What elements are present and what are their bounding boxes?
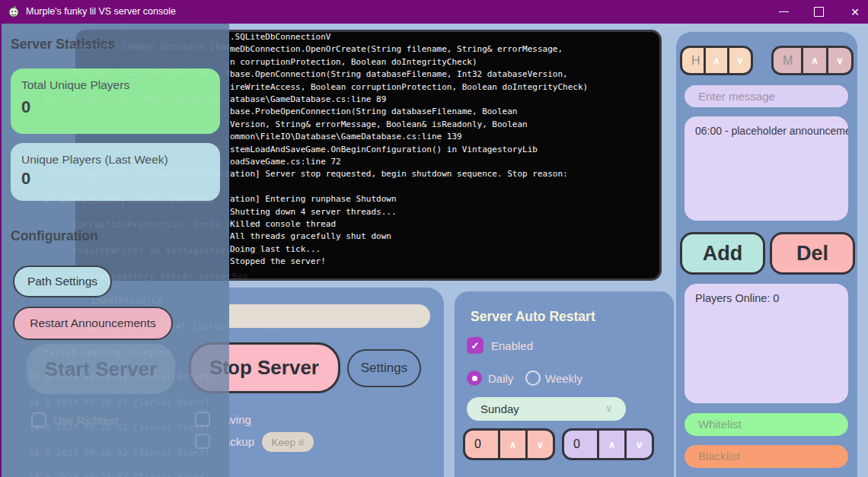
restart-minute-value[interactable]: 0 bbox=[564, 431, 597, 458]
announce-minute-spinner[interactable]: M ∧ ∨ bbox=[771, 46, 854, 75]
day-select[interactable]: Sunday ∨ bbox=[467, 397, 626, 421]
ghost-console-line: 18.8.2024 09:28:41 [Server Notifica bbox=[88, 322, 280, 332]
console-line: oadSaveGame.cs:line 72 bbox=[230, 156, 341, 168]
console-line: ireWriteAccess, Boolean corruptionProtec… bbox=[230, 81, 588, 94]
message-placeholder: Enter message bbox=[698, 90, 775, 103]
weekly-label: Weekly bbox=[545, 372, 582, 385]
whitelist-label: Whitelist bbox=[698, 418, 742, 431]
ghost-console-line: 18.8.2024 09:28:41 [Server Notific bbox=[29, 372, 216, 382]
ghost-console-line: 18.8.2024 09:28:41 [Server Event] bbox=[29, 422, 210, 432]
auto-restart-enabled-checkbox[interactable]: ✓ bbox=[467, 337, 483, 354]
stat-label: Total Unique Players bbox=[21, 78, 129, 92]
announcement-item[interactable]: 06:00 - placeholder announcement bbox=[695, 125, 848, 137]
console-line: base.ProbeOpenConnection(String database… bbox=[230, 106, 518, 118]
blacklist-button[interactable]: Blacklist bbox=[685, 445, 848, 468]
close-icon: ✕ bbox=[850, 7, 860, 17]
ghost-console-line: LoadThread\Lo bbox=[91, 296, 163, 306]
maximize-button[interactable] bbox=[802, 0, 835, 24]
ghost-console-line: at vintagestory.common.GameDatab bbox=[43, 94, 219, 103]
console-line: ation] Entering runphase Shutdown bbox=[230, 193, 397, 205]
daily-radio[interactable] bbox=[467, 370, 482, 386]
minimize-icon bbox=[779, 11, 789, 13]
spin-down-icon[interactable]: ∨ bbox=[727, 48, 751, 73]
spin-up-icon[interactable]: ∧ bbox=[498, 431, 525, 458]
ghost-console-line: at VintageStory.Server.ServerSys bbox=[72, 272, 248, 281]
delete-announcement-button[interactable]: Del bbox=[770, 232, 855, 275]
ghost-console-line: Boolean requireWriteAccess, Boolean bbox=[72, 68, 265, 78]
console-line: ommon\FileIO\Database\GameDatabase.cs:li… bbox=[230, 131, 462, 143]
announce-minute-input[interactable]: M bbox=[774, 48, 801, 73]
stat-value: 0 bbox=[21, 97, 30, 117]
chevron-down-icon: ∨ bbox=[605, 402, 613, 414]
day-select-value: Sunday bbox=[480, 402, 519, 415]
restart-hour-spinner[interactable]: 0 ∧ ∨ bbox=[463, 428, 555, 460]
spin-down-icon[interactable]: ∨ bbox=[826, 48, 851, 73]
console-line: Version, String& errorMessage, Boolean& … bbox=[230, 119, 528, 131]
ghost-console-line: 18.8.2024 09:28:42 [Server Event] bbox=[29, 472, 210, 477]
ghost-console-line: corruptionProtection, Int32 roundV bbox=[72, 220, 260, 230]
stat-value: 0 bbox=[21, 169, 30, 189]
weekly-radio[interactable] bbox=[525, 370, 541, 386]
console-line: All threads gracefully shut down bbox=[230, 231, 391, 243]
restart-minute-spinner[interactable]: 0 ∧ ∨ bbox=[562, 428, 654, 460]
console-line: n corruptionProtection, Boolean doIntegr… bbox=[230, 56, 477, 68]
window-border bbox=[0, 24, 2, 477]
console-line: .SQLiteDbConnectionV bbox=[230, 31, 330, 43]
titlebar[interactable]: Murple's funky lil VS server console ✕ bbox=[0, 0, 868, 24]
console-line: base.OpenConnection(String databaseFilen… bbox=[230, 68, 568, 81]
app-window: .SQLiteDbConnectionVmeDbConnection.OpenO… bbox=[0, 0, 868, 477]
console-line: stemLoadAndSaveGame.OnBeginConfiguration… bbox=[230, 144, 538, 156]
spin-up-icon[interactable]: ∧ bbox=[597, 431, 624, 458]
ghost-console-line: Failed opening savegame bbox=[43, 348, 170, 358]
maximize-icon bbox=[814, 7, 824, 17]
ghost-console-line: requireWrite) in VintagestoryLib\Co bbox=[72, 246, 265, 256]
ghost-console-line: at vintagestory.common.GameData bbox=[43, 196, 214, 205]
minimize-button[interactable] bbox=[767, 0, 800, 24]
blacklist-label: Blacklist bbox=[698, 450, 740, 463]
console-line: meDbConnection.OpenOrCreate(String filen… bbox=[230, 43, 563, 56]
window-title: Murple's funky lil VS server console bbox=[26, 6, 176, 17]
add-announcement-button[interactable]: Add bbox=[680, 232, 765, 275]
players-online-label: Players Online: 0 bbox=[695, 292, 779, 304]
radio-dot bbox=[472, 376, 477, 381]
ghost-backup-checkbox bbox=[195, 434, 210, 449]
keep-count-input[interactable]: Keep # bbox=[262, 432, 314, 452]
ghost-console-line: 18.8.2024 09:28:41 [Server Event] bbox=[29, 398, 210, 408]
configuration-heading: Configuration bbox=[11, 228, 98, 244]
announce-hour-spinner[interactable]: H ∧ ∨ bbox=[680, 46, 753, 75]
message-input[interactable]: Enter message bbox=[685, 85, 848, 107]
console-line: Shutting down 4 server threads... bbox=[230, 206, 397, 218]
console-line: atabase\GameDatabase.cs:line 89 bbox=[230, 94, 386, 106]
ghost-stop-server-fragment: St bbox=[189, 342, 229, 393]
spin-up-icon[interactable]: ∧ bbox=[801, 48, 826, 73]
close-button[interactable]: ✕ bbox=[838, 0, 868, 24]
path-settings-button[interactable]: Path Settings bbox=[13, 266, 112, 297]
spin-down-icon[interactable]: ∨ bbox=[624, 431, 652, 458]
ghost-console-line: tagestory.Common.Database.IGam bbox=[67, 42, 232, 52]
spin-down-icon[interactable]: ∨ bbox=[525, 431, 553, 458]
console-line: ation] Server stop requested, begin shut… bbox=[230, 168, 568, 180]
announcement-list[interactable]: 06:00 - placeholder announcement bbox=[685, 116, 848, 221]
ghost-console-line: 18.8.2024 09:28:42 [Server Event] bbox=[29, 448, 210, 458]
statistics-drawer: Server Statistics Total Unique Players 0… bbox=[2, 24, 229, 477]
settings-button[interactable]: Settings bbox=[347, 349, 421, 387]
daily-label: Daily bbox=[488, 372, 513, 385]
players-online-list[interactable]: Players Online: 0 bbox=[685, 284, 848, 403]
enabled-label: Enabled bbox=[491, 339, 533, 352]
stat-label: Unique Players (Last Week) bbox=[21, 153, 168, 167]
restart-hour-value[interactable]: 0 bbox=[465, 431, 498, 458]
announce-hour-input[interactable]: H bbox=[682, 48, 704, 73]
whitelist-button[interactable]: Whitelist bbox=[685, 413, 848, 436]
spin-up-icon[interactable]: ∧ bbox=[704, 48, 727, 73]
ghost-console-line: in VintagestoryLib\Common\FileIO\Da bbox=[43, 170, 236, 180]
auto-restart-title: Server Auto Restart bbox=[471, 309, 595, 325]
app-icon bbox=[8, 5, 21, 18]
console-line: Stopped the server! bbox=[230, 256, 326, 268]
